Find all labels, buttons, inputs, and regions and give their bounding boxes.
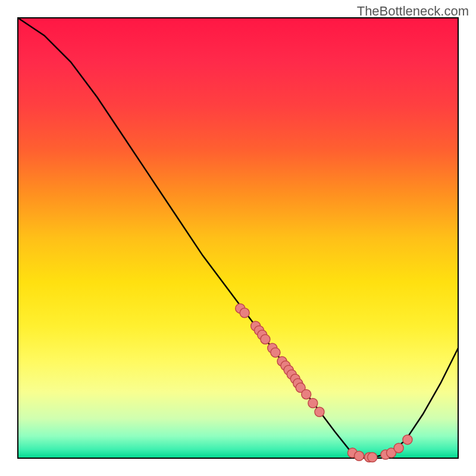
- plot-background: [18, 18, 458, 458]
- sample-point: [368, 453, 377, 462]
- sample-point: [308, 399, 318, 408]
- sample-point: [403, 435, 412, 444]
- sample-point: [315, 407, 324, 416]
- sample-point: [271, 347, 280, 357]
- sample-point: [302, 390, 311, 399]
- sample-point: [240, 308, 249, 318]
- chart-container: TheBottleneck.com: [0, 0, 476, 476]
- sample-point: [355, 451, 364, 461]
- watermark-text: TheBottleneck.com: [357, 4, 469, 19]
- bottleneck-chart: [0, 0, 476, 476]
- sample-point: [261, 334, 270, 344]
- sample-point: [394, 443, 403, 453]
